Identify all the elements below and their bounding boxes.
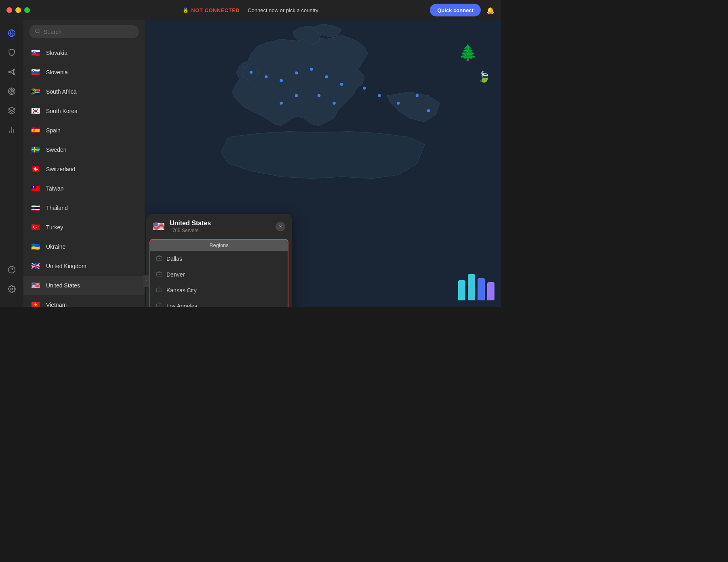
svg-point-10 xyxy=(11,90,12,92)
flag-thailand: 🇹🇭 xyxy=(30,202,41,214)
sidebar-icon-chart[interactable] xyxy=(4,122,20,138)
country-item-united-kingdom[interactable]: 🇬🇧 United Kingdom xyxy=(23,256,145,276)
connection-status: 🔒 NOT CONNECTED xyxy=(183,7,240,13)
region-icon-kansas-city xyxy=(156,286,162,294)
minimize-button[interactable] xyxy=(15,7,21,13)
window-controls xyxy=(6,7,30,13)
country-name-united-states: United States xyxy=(46,282,80,289)
country-name-vietnam: Vietnam xyxy=(46,302,67,307)
country-popup: 🇺🇸 United States 1765 Servers × Regions … xyxy=(146,214,292,307)
titlebar-message: Connect now or pick a country xyxy=(248,7,318,13)
svg-point-2 xyxy=(9,71,10,72)
flag-spain: 🇪🇸 xyxy=(30,125,41,136)
country-item-spain[interactable]: 🇪🇸 Spain xyxy=(23,121,145,140)
country-item-united-states[interactable]: 🇺🇸 United States xyxy=(23,276,145,295)
svg-point-30 xyxy=(325,75,328,78)
svg-point-20 xyxy=(36,29,39,33)
sidebar-collapse-button[interactable]: ‹ xyxy=(143,275,149,287)
sidebar-icon-shield[interactable] xyxy=(4,44,20,61)
search-icon xyxy=(35,28,40,35)
country-name-taiwan: Taiwan xyxy=(46,185,64,192)
sidebar-icon-globe[interactable] xyxy=(4,25,20,41)
svg-line-21 xyxy=(39,32,40,34)
country-item-taiwan[interactable]: 🇹🇼 Taiwan xyxy=(23,179,145,198)
country-name-united-kingdom: United Kingdom xyxy=(46,263,86,269)
svg-point-26 xyxy=(265,75,267,78)
flag-ukraine: 🇺🇦 xyxy=(30,241,41,252)
popup-flag: 🇺🇸 xyxy=(153,221,165,232)
country-list: 🇸🇰 Slovakia 🇸🇮 Slovenia 🇿🇦 South Africa … xyxy=(23,20,145,307)
sidebar-icon-settings[interactable] xyxy=(4,281,20,297)
flag-sweden: 🇸🇪 xyxy=(30,144,41,155)
svg-text:🌲: 🌲 xyxy=(459,44,478,62)
country-items: 🇸🇰 Slovakia 🇸🇮 Slovenia 🇿🇦 South Africa … xyxy=(23,43,145,307)
country-item-vietnam[interactable]: 🇻🇳 Vietnam xyxy=(23,295,145,307)
sidebar-icon-target[interactable] xyxy=(4,83,20,99)
titlebar-quick-connect-button[interactable]: Quick connect xyxy=(430,4,481,17)
country-item-ukraine[interactable]: 🇺🇦 Ukraine xyxy=(23,237,145,256)
sidebar-icon-mesh[interactable] xyxy=(4,64,20,80)
country-item-turkey[interactable]: 🇹🇷 Turkey xyxy=(23,218,145,237)
svg-point-38 xyxy=(397,102,400,105)
svg-point-27 xyxy=(280,79,283,82)
svg-line-5 xyxy=(10,70,13,72)
svg-point-9 xyxy=(10,89,14,93)
country-name-slovakia: Slovakia xyxy=(46,50,67,56)
flag-slovakia: 🇸🇰 xyxy=(30,47,41,59)
stats-bar-3 xyxy=(487,282,494,300)
country-item-south-africa[interactable]: 🇿🇦 South Africa xyxy=(23,82,145,101)
region-icon-denver xyxy=(156,271,162,278)
svg-marker-13 xyxy=(8,107,15,111)
flag-united-kingdom: 🇬🇧 xyxy=(30,260,41,272)
sidebar-icon-help[interactable] xyxy=(4,262,20,278)
country-name-sweden: Sweden xyxy=(46,147,67,153)
region-item-dallas[interactable]: Dallas xyxy=(150,251,288,266)
lock-icon: 🔒 xyxy=(183,7,189,13)
svg-point-39 xyxy=(416,94,419,97)
svg-point-33 xyxy=(332,102,335,105)
close-button[interactable] xyxy=(6,7,12,13)
bell-icon: 🔔 xyxy=(486,6,494,14)
regions-scroll[interactable]: Dallas Denver Kansas City xyxy=(150,251,288,307)
stats-bars xyxy=(458,272,494,300)
stats-bar-0 xyxy=(458,280,465,300)
search-input[interactable] xyxy=(44,29,133,35)
region-icon-dallas xyxy=(156,255,162,262)
titlebar-center: 🔒 NOT CONNECTED Connect now or pick a co… xyxy=(183,7,318,13)
country-name-ukraine: Ukraine xyxy=(46,243,65,250)
titlebar: 🔒 NOT CONNECTED Connect now or pick a co… xyxy=(0,0,501,20)
flag-turkey: 🇹🇷 xyxy=(30,222,41,233)
maximize-button[interactable] xyxy=(24,7,30,13)
flag-vietnam: 🇻🇳 xyxy=(30,299,41,307)
region-name-denver: Denver xyxy=(166,271,185,278)
country-name-thailand: Thailand xyxy=(46,205,68,211)
country-name-south-africa: South Africa xyxy=(46,88,77,95)
svg-point-19 xyxy=(11,288,13,290)
region-item-los-angeles[interactable]: Los Angeles xyxy=(150,298,288,307)
regions-header: Regions xyxy=(150,240,288,251)
country-item-slovenia[interactable]: 🇸🇮 Slovenia xyxy=(23,63,145,82)
flag-switzerland: 🇨🇭 xyxy=(30,164,41,175)
sidebar-icons xyxy=(0,20,23,307)
country-name-switzerland: Switzerland xyxy=(46,166,75,172)
flag-south-korea: 🇰🇷 xyxy=(30,105,41,117)
svg-point-36 xyxy=(363,86,366,89)
sidebar-icon-layers[interactable] xyxy=(4,103,20,119)
country-item-south-korea[interactable]: 🇰🇷 South Korea xyxy=(23,101,145,121)
popup-country-name: United States xyxy=(170,220,211,227)
country-item-sweden[interactable]: 🇸🇪 Sweden xyxy=(23,140,145,159)
stats-bar-2 xyxy=(478,278,485,300)
country-item-thailand[interactable]: 🇹🇭 Thailand xyxy=(23,198,145,218)
flag-united-states: 🇺🇸 xyxy=(30,280,41,291)
country-item-switzerland[interactable]: 🇨🇭 Switzerland xyxy=(23,159,145,179)
svg-point-34 xyxy=(295,94,298,97)
country-name-turkey: Turkey xyxy=(46,224,63,231)
region-item-denver[interactable]: Denver xyxy=(150,266,288,282)
country-item-slovakia[interactable]: 🇸🇰 Slovakia xyxy=(23,43,145,63)
country-name-south-korea: South Korea xyxy=(46,108,78,114)
region-name-kansas-city: Kansas City xyxy=(166,287,197,294)
svg-point-32 xyxy=(318,94,320,97)
region-item-kansas-city[interactable]: Kansas City xyxy=(150,282,288,298)
popup-close-button[interactable]: × xyxy=(276,222,285,231)
svg-text:🍃: 🍃 xyxy=(478,70,491,83)
